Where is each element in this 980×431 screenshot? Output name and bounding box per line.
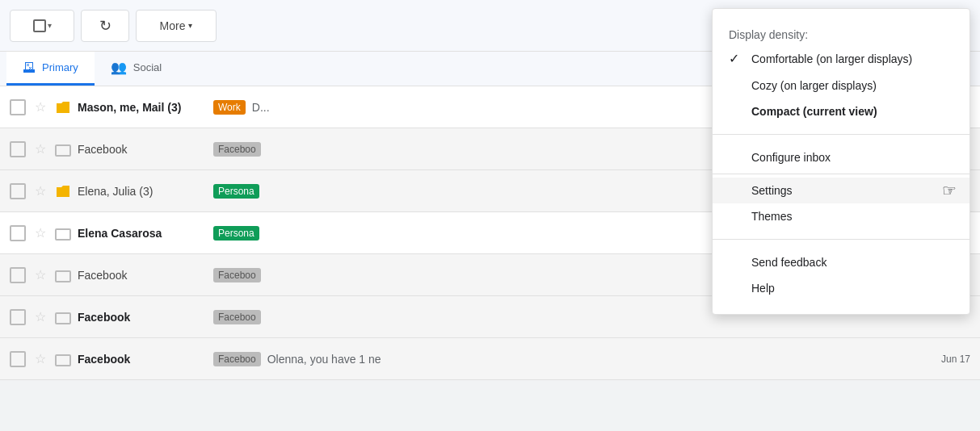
tab-primary[interactable]: 🗳 Primary: [6, 52, 95, 86]
sender-name: Elena, Julia (3): [78, 185, 207, 198]
sender-name: Facebook: [78, 311, 207, 324]
svg-rect-3: [56, 313, 70, 324]
star-icon[interactable]: ☆: [32, 351, 48, 367]
density-compact-label: Compact (current view): [751, 105, 877, 118]
people-icon: 👥: [111, 60, 127, 75]
send-feedback-item[interactable]: Send feedback: [713, 249, 969, 275]
folder-placeholder: [55, 309, 71, 325]
density-header: Display density:: [713, 22, 969, 44]
folder-placeholder: [55, 267, 71, 283]
help-label: Help: [751, 282, 775, 295]
themes-item[interactable]: Themes: [713, 203, 969, 229]
email-checkbox[interactable]: [10, 183, 26, 199]
email-checkbox[interactable]: [10, 351, 26, 367]
density-section: Display density: ✓ Comfortable (on large…: [713, 15, 969, 131]
divider-1: [713, 134, 969, 135]
actions-section: Configure inbox Settings ☞ Themes: [713, 138, 969, 236]
tab-social-label: Social: [133, 61, 162, 73]
tab-social[interactable]: 👥 Social: [95, 52, 178, 86]
cursor-icon: ☞: [942, 181, 957, 200]
settings-dropdown-menu: Display density: ✓ Comfortable (on large…: [712, 8, 970, 315]
folder-icon: [55, 99, 71, 115]
svg-rect-2: [56, 271, 70, 282]
feedback-section: Send feedback Help: [713, 243, 969, 308]
email-checkbox[interactable]: [10, 309, 26, 325]
email-checkbox[interactable]: [10, 225, 26, 241]
folder-placeholder: [55, 351, 71, 367]
label-facebook: Faceboo: [213, 142, 261, 157]
refresh-button[interactable]: ↻: [81, 10, 129, 42]
themes-label: Themes: [751, 210, 793, 223]
star-icon[interactable]: ☆: [32, 99, 48, 115]
configure-inbox-label: Configure inbox: [751, 151, 831, 164]
settings-item[interactable]: Settings ☞: [713, 178, 969, 203]
star-icon[interactable]: ☆: [32, 183, 48, 199]
folder-placeholder: [55, 141, 71, 157]
density-comfortable[interactable]: ✓ Comfortable (on larger displays): [713, 44, 969, 73]
svg-rect-1: [56, 229, 70, 240]
help-item[interactable]: Help: [713, 275, 969, 301]
star-icon[interactable]: ☆: [32, 267, 48, 283]
send-feedback-label: Send feedback: [751, 256, 826, 269]
email-checkbox[interactable]: [10, 141, 26, 157]
sender-name: Facebook: [78, 353, 207, 366]
tab-primary-label: Primary: [42, 61, 78, 73]
more-label: More: [160, 19, 186, 32]
email-row[interactable]: ☆ Facebook Faceboo Olenna, you have 1 ne…: [0, 338, 980, 380]
checkbox-square: [33, 19, 46, 32]
svg-rect-4: [56, 355, 70, 366]
divider-2: [713, 174, 969, 174]
email-date: Jun 17: [941, 354, 970, 365]
more-button[interactable]: More ▾: [136, 10, 217, 42]
density-comfortable-label: Comfortable (on larger displays): [751, 52, 912, 65]
label-personal: Persona: [213, 226, 259, 241]
checkbox-dropdown-arrow: ▾: [48, 21, 52, 30]
label-facebook: Faceboo: [213, 352, 261, 366]
select-button[interactable]: ▾: [10, 10, 74, 42]
density-cozy[interactable]: Cozy (on larger displays): [713, 73, 969, 98]
label-facebook: Faceboo: [213, 310, 261, 324]
sender-name: Facebook: [78, 143, 207, 156]
star-icon[interactable]: ☆: [32, 141, 48, 157]
label-personal: Persona: [213, 184, 259, 199]
star-icon[interactable]: ☆: [32, 309, 48, 325]
refresh-icon: ↻: [99, 17, 111, 35]
sender-name: Elena Casarosa: [78, 227, 207, 240]
density-compact[interactable]: Compact (current view): [713, 98, 969, 124]
sender-name: Facebook: [78, 269, 207, 282]
label-work: Work: [213, 100, 246, 115]
divider-3: [713, 239, 969, 240]
more-dropdown-arrow: ▾: [188, 21, 192, 30]
density-cozy-label: Cozy (on larger displays): [751, 79, 877, 92]
email-checkbox[interactable]: [10, 99, 26, 115]
svg-rect-0: [56, 145, 70, 156]
folder-icon: [55, 183, 71, 199]
label-facebook: Faceboo: [213, 268, 261, 282]
folder-placeholder: [55, 225, 71, 241]
configure-inbox-item[interactable]: Configure inbox: [713, 144, 969, 170]
star-icon[interactable]: ☆: [32, 225, 48, 241]
check-icon: ✓: [729, 51, 742, 66]
inbox-icon: 🗳: [23, 61, 36, 75]
sender-name: Mason, me, Mail (3): [78, 101, 207, 114]
settings-label: Settings: [751, 184, 793, 197]
subject-preview: Olenna, you have 1 ne: [267, 353, 928, 366]
email-checkbox[interactable]: [10, 267, 26, 283]
